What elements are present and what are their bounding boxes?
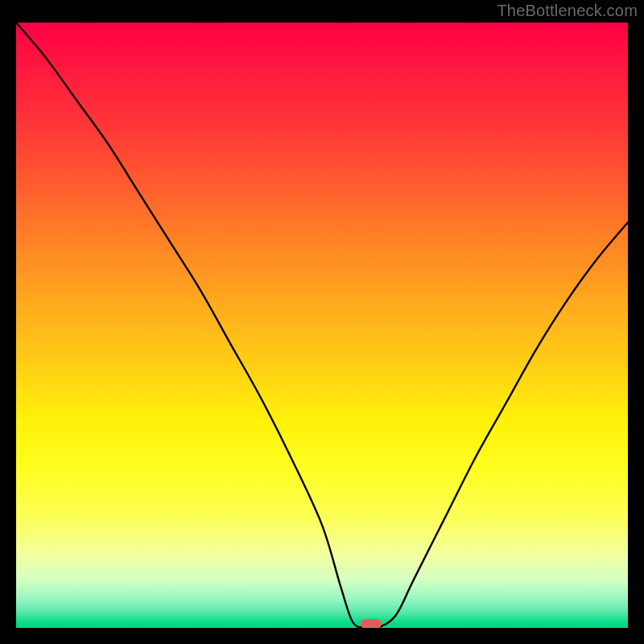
curve-svg: [16, 23, 628, 628]
bottleneck-curve: [16, 23, 628, 628]
optimal-marker: [361, 619, 382, 628]
attribution-label: TheBottleneck.com: [497, 2, 638, 20]
plot-area: [16, 23, 628, 628]
chart-frame: TheBottleneck.com: [0, 0, 644, 644]
